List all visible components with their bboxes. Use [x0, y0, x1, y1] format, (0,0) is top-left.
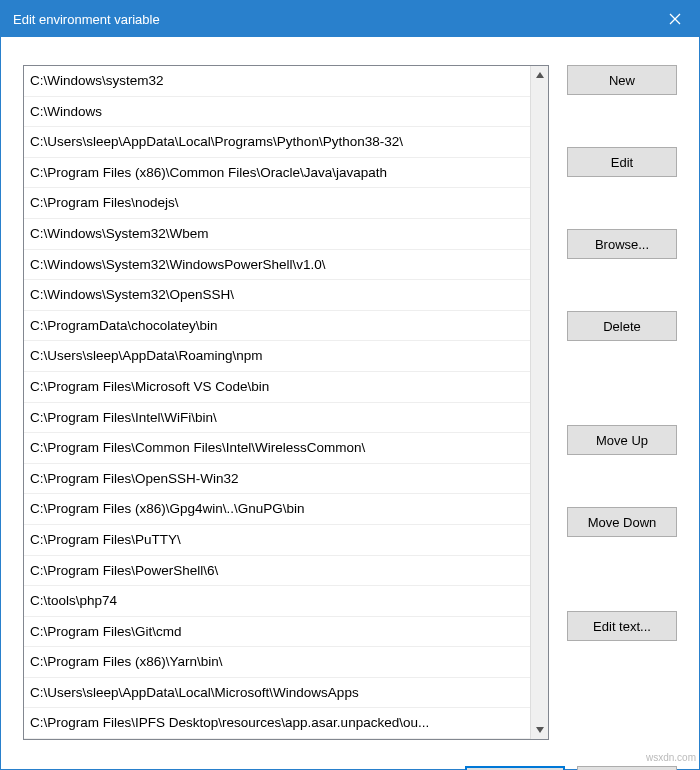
- ok-button[interactable]: OK: [465, 766, 565, 770]
- list-item[interactable]: C:\Windows: [24, 97, 530, 128]
- list-item[interactable]: C:\Program Files\Git\cmd: [24, 617, 530, 648]
- list-item[interactable]: C:\Program Files\Microsoft VS Code\bin: [24, 372, 530, 403]
- list-item[interactable]: C:\Windows\System32\Wbem: [24, 219, 530, 250]
- svg-marker-3: [536, 727, 544, 733]
- dialog-footer: OK Cancel: [1, 750, 699, 770]
- new-button[interactable]: New: [567, 65, 677, 95]
- window-title: Edit environment variable: [13, 12, 160, 27]
- move-down-button[interactable]: Move Down: [567, 507, 677, 537]
- scroll-down-arrow[interactable]: [531, 721, 548, 739]
- watermark: wsxdn.com: [646, 752, 696, 763]
- delete-button[interactable]: Delete: [567, 311, 677, 341]
- list-item[interactable]: C:\Program Files (x86)\Yarn\bin\: [24, 647, 530, 678]
- list-item[interactable]: C:\Program Files\Intel\WiFi\bin\: [24, 403, 530, 434]
- scroll-up-arrow[interactable]: [531, 66, 548, 84]
- list-item[interactable]: C:\Windows\System32\OpenSSH\: [24, 280, 530, 311]
- list-item[interactable]: C:\Program Files\nodejs\: [24, 188, 530, 219]
- list-item[interactable]: C:\tools\php74: [24, 586, 530, 617]
- list-item[interactable]: C:\Users\sleep\AppData\Roaming\npm: [24, 341, 530, 372]
- list-item[interactable]: C:\ProgramData\chocolatey\bin: [24, 311, 530, 342]
- chevron-down-icon: [536, 727, 544, 733]
- list-item[interactable]: C:\Program Files\OpenSSH-Win32: [24, 464, 530, 495]
- list-item[interactable]: C:\Windows\System32\WindowsPowerShell\v1…: [24, 250, 530, 281]
- vertical-scrollbar[interactable]: [530, 66, 548, 739]
- cancel-button[interactable]: Cancel: [577, 766, 677, 770]
- edit-text-button[interactable]: Edit text...: [567, 611, 677, 641]
- list-item[interactable]: C:\Program Files (x86)\Common Files\Orac…: [24, 158, 530, 189]
- browse-button[interactable]: Browse...: [567, 229, 677, 259]
- content-area: C:\Windows\system32C:\WindowsC:\Users\sl…: [1, 37, 699, 750]
- list-item[interactable]: C:\Program Files\PowerShell\6\: [24, 556, 530, 587]
- edit-button[interactable]: Edit: [567, 147, 677, 177]
- list-item[interactable]: C:\Program Files\IPFS Desktop\resources\…: [24, 708, 530, 739]
- list-item[interactable]: C:\Users\sleep\AppData\Local\Programs\Py…: [24, 127, 530, 158]
- list-item[interactable]: C:\Program Files (x86)\Gpg4win\..\GnuPG\…: [24, 494, 530, 525]
- list-item[interactable]: C:\Users\sleep\AppData\Local\Microsoft\W…: [24, 678, 530, 709]
- chevron-up-icon: [536, 72, 544, 78]
- dialog-window: Edit environment variable C:\Windows\sys…: [0, 0, 700, 770]
- button-sidebar: New Edit Browse... Delete Move Up Move D…: [567, 65, 677, 740]
- svg-marker-2: [536, 72, 544, 78]
- move-up-button[interactable]: Move Up: [567, 425, 677, 455]
- path-list[interactable]: C:\Windows\system32C:\WindowsC:\Users\sl…: [24, 66, 530, 739]
- list-item[interactable]: C:\Program Files\Common Files\Intel\Wire…: [24, 433, 530, 464]
- list-item[interactable]: C:\Program Files\PuTTY\: [24, 525, 530, 556]
- close-button[interactable]: [651, 1, 699, 37]
- titlebar: Edit environment variable: [1, 1, 699, 37]
- path-listbox[interactable]: C:\Windows\system32C:\WindowsC:\Users\sl…: [23, 65, 549, 740]
- list-item[interactable]: C:\Windows\system32: [24, 66, 530, 97]
- close-icon: [669, 13, 681, 25]
